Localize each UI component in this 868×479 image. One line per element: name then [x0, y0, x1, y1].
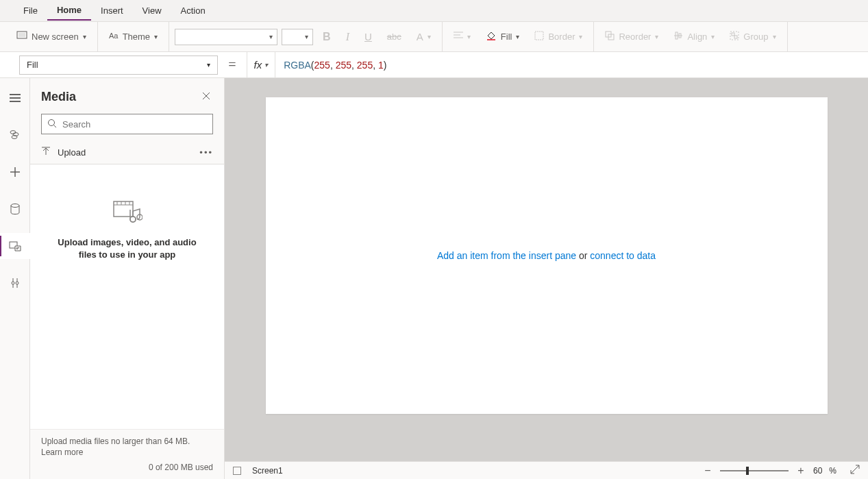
zoom-out-button[interactable]: −	[702, 465, 713, 476]
font-color-button[interactable]: A▾	[411, 28, 436, 45]
svg-point-41	[130, 217, 136, 222]
search-input[interactable]	[62, 119, 207, 130]
rail-media[interactable]	[0, 233, 30, 259]
svg-point-28	[16, 282, 18, 284]
panel-footer: Upload media files no larger than 64 MB.…	[30, 429, 224, 479]
fill-button[interactable]: Fill ▾	[480, 28, 525, 45]
close-icon	[202, 92, 210, 100]
insert-pane-link[interactable]: Add an item from the insert pane	[437, 250, 576, 261]
formula-fn: RGBA	[284, 60, 311, 71]
svg-rect-15	[734, 36, 737, 38]
search-box[interactable]	[41, 114, 213, 134]
formula-arg: 1	[378, 60, 384, 71]
chevron-down-icon: ▾	[467, 33, 471, 40]
svg-point-27	[12, 282, 14, 284]
property-value: Fill	[27, 60, 38, 70]
menu-action[interactable]: Action	[171, 1, 215, 20]
rail-advanced-tools[interactable]	[0, 270, 30, 296]
fx-button[interactable]: fx ▾	[247, 52, 275, 77]
svg-rect-6	[487, 39, 495, 40]
italic-button[interactable]: I	[340, 28, 355, 46]
main-area: Media Upload ••• Upload images, video, a…	[0, 78, 868, 479]
zoom-in-button[interactable]: +	[795, 465, 806, 476]
new-screen-label: New screen	[32, 32, 79, 42]
rail-tree-view[interactable]	[0, 122, 30, 148]
svg-line-32	[54, 125, 57, 127]
rail-insert[interactable]	[0, 159, 30, 185]
menu-file[interactable]: File	[14, 1, 47, 20]
screen-checkbox[interactable]	[233, 467, 241, 475]
upload-row: Upload •••	[30, 141, 224, 164]
text-align-button[interactable]: ▾	[448, 29, 476, 45]
equals-label: =	[218, 57, 247, 73]
font-name-combo[interactable]: ▾	[175, 29, 277, 45]
chevron-down-icon: ▾	[711, 33, 715, 40]
zoom-slider[interactable]	[720, 470, 789, 471]
align-label: Align	[687, 32, 707, 42]
connect-data-link[interactable]: connect to data	[590, 250, 656, 261]
underline-button[interactable]: U	[359, 28, 377, 45]
formula-arg: 255	[357, 60, 373, 71]
strikethrough-button[interactable]: abc	[382, 29, 407, 45]
artboard[interactable]: Add an item from the insert pane or conn…	[266, 97, 828, 414]
formula-bar: Fill ▾ = fx ▾ RGBA(255, 255, 255, 1)	[0, 52, 868, 78]
border-button[interactable]: Border ▾	[529, 28, 588, 45]
or-text: or	[576, 250, 590, 261]
left-rail	[0, 78, 30, 479]
panel-close-button[interactable]	[199, 88, 213, 106]
chevron-down-icon: ▾	[264, 61, 268, 69]
formula-input[interactable]: RGBA(255, 255, 255, 1)	[275, 52, 868, 77]
property-selector[interactable]: Fill ▾	[19, 56, 218, 75]
expand-button[interactable]	[850, 465, 860, 476]
learn-more-link[interactable]: Learn more	[41, 447, 213, 457]
menu-insert[interactable]: Insert	[91, 1, 133, 20]
chevron-down-icon: ▾	[516, 33, 519, 40]
svg-line-43	[851, 465, 859, 474]
reorder-button[interactable]: Reorder ▾	[599, 28, 664, 45]
upload-button[interactable]: Upload	[58, 147, 86, 158]
storage-usage: 0 of 200 MB used	[41, 463, 213, 472]
status-bar: Screen1 − + 60 %	[225, 461, 868, 479]
group-label: Group	[743, 32, 768, 42]
formula-arg: 255	[336, 60, 351, 71]
chevron-down-icon: ▾	[305, 33, 308, 40]
media-empty-icon	[112, 199, 142, 225]
zoom-unit: %	[829, 466, 836, 476]
media-panel: Media Upload ••• Upload images, video, a…	[30, 78, 225, 479]
fx-icon: fx	[254, 59, 262, 71]
border-icon	[534, 31, 544, 42]
search-icon	[47, 119, 57, 130]
bold-button[interactable]: B	[317, 28, 336, 46]
svg-point-31	[49, 119, 55, 125]
new-screen-button[interactable]: New screen ▾	[11, 28, 92, 45]
chevron-down-icon: ▾	[655, 33, 658, 40]
chevron-down-icon: ▾	[269, 33, 273, 40]
border-label: Border	[548, 32, 575, 42]
theme-button[interactable]: Aa Theme ▾	[103, 28, 163, 45]
formula-arg: 255	[314, 60, 330, 71]
chevron-down-icon: ▾	[773, 33, 776, 40]
menu-home[interactable]: Home	[47, 1, 91, 21]
font-size-combo[interactable]: ▾	[282, 29, 313, 45]
group-icon	[730, 31, 739, 42]
theme-label: Theme	[123, 32, 150, 42]
align-left-icon	[454, 32, 463, 42]
rail-data[interactable]	[0, 196, 30, 222]
theme-icon: Aa	[109, 31, 119, 42]
svg-rect-7	[535, 32, 543, 40]
svg-point-24	[11, 204, 19, 208]
paint-bucket-icon	[486, 31, 497, 42]
ribbon: New screen ▾ Aa Theme ▾ ▾ ▾ B I U abc A▾…	[0, 22, 868, 52]
more-options-button[interactable]: •••	[199, 147, 213, 158]
screen-icon	[16, 31, 27, 42]
rail-hamburger[interactable]	[0, 85, 30, 111]
chevron-down-icon: ▾	[427, 33, 431, 40]
footer-note: Upload media files no larger than 64 MB.	[41, 437, 213, 446]
align-button[interactable]: Align ▾	[668, 28, 720, 45]
chevron-down-icon: ▾	[207, 61, 210, 69]
svg-text:Aa: Aa	[109, 32, 119, 40]
group-button[interactable]: Group ▾	[724, 28, 781, 45]
chevron-down-icon: ▾	[83, 33, 86, 40]
current-screen-name[interactable]: Screen1	[252, 466, 283, 476]
menu-view[interactable]: View	[133, 1, 171, 20]
